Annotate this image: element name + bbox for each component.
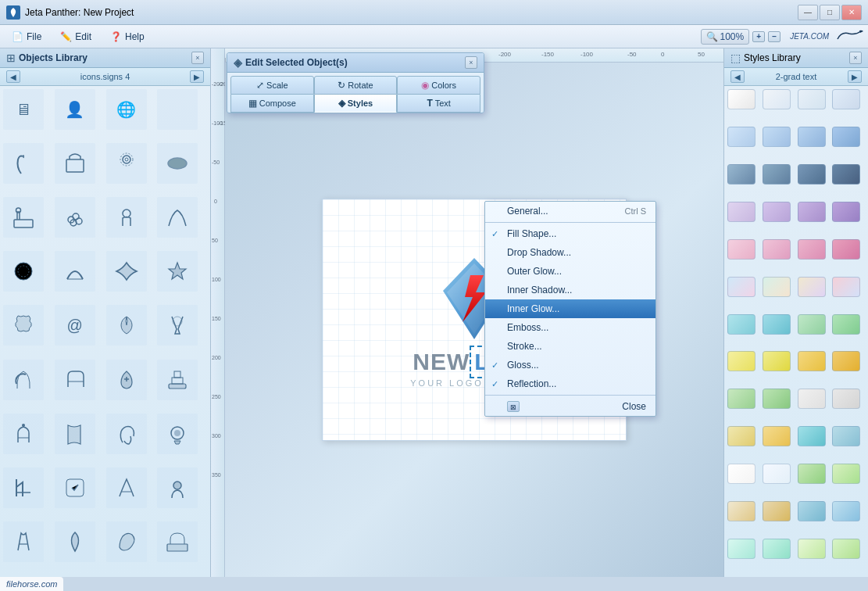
menu-item-fill-shape[interactable]: Fill Shape... xyxy=(485,224,655,243)
list-item[interactable] xyxy=(106,467,147,508)
list-item[interactable] xyxy=(832,202,860,222)
list-item[interactable] xyxy=(727,501,755,521)
menu-item-gloss[interactable]: Gloss... xyxy=(485,356,655,374)
list-item[interactable] xyxy=(832,389,860,409)
list-item[interactable] xyxy=(798,539,826,559)
list-item[interactable] xyxy=(157,360,198,400)
menu-item-general[interactable]: General... Ctrl S xyxy=(485,202,655,220)
menu-edit[interactable]: ✏️ Edit xyxy=(52,28,100,45)
list-item[interactable] xyxy=(832,277,860,297)
list-item[interactable] xyxy=(798,277,826,297)
list-item[interactable] xyxy=(727,426,755,446)
list-item[interactable] xyxy=(727,202,755,222)
list-item[interactable] xyxy=(106,143,147,184)
list-item[interactable] xyxy=(3,251,44,292)
list-item[interactable] xyxy=(157,414,198,454)
list-item[interactable] xyxy=(727,89,755,109)
list-item[interactable] xyxy=(157,89,198,130)
list-item[interactable] xyxy=(798,501,826,521)
list-item[interactable] xyxy=(798,89,826,109)
list-item[interactable] xyxy=(55,143,95,184)
list-item[interactable] xyxy=(55,360,95,400)
list-item[interactable] xyxy=(832,314,860,335)
menu-item-outer-glow[interactable]: Outer Glow... xyxy=(485,262,655,281)
list-item[interactable] xyxy=(832,164,860,184)
tab-compose[interactable]: ▦ Compose xyxy=(230,95,314,113)
list-item[interactable]: @ xyxy=(55,305,95,346)
menu-help[interactable]: ❓ Help xyxy=(102,28,153,45)
list-item[interactable] xyxy=(798,239,826,260)
list-item[interactable] xyxy=(55,414,95,454)
list-item[interactable] xyxy=(3,467,44,508)
list-item[interactable] xyxy=(763,539,791,559)
list-item[interactable] xyxy=(727,539,755,559)
list-item[interactable] xyxy=(832,539,860,559)
list-item[interactable] xyxy=(832,89,860,109)
list-item[interactable] xyxy=(727,464,755,484)
list-item[interactable] xyxy=(832,127,860,147)
list-item[interactable] xyxy=(798,464,826,484)
list-item[interactable] xyxy=(3,305,44,346)
zoom-minus-button[interactable]: − xyxy=(768,31,780,42)
list-item[interactable] xyxy=(832,501,860,521)
list-item[interactable] xyxy=(157,305,198,346)
list-item[interactable] xyxy=(106,197,147,238)
list-item[interactable] xyxy=(727,239,755,260)
list-item[interactable] xyxy=(763,164,791,184)
maximize-button[interactable]: □ xyxy=(820,5,840,20)
menu-item-drop-shadow[interactable]: Drop Shadow... xyxy=(485,243,655,262)
list-item[interactable] xyxy=(798,127,826,147)
menu-item-emboss[interactable]: Emboss... xyxy=(485,318,655,337)
list-item[interactable] xyxy=(3,197,44,238)
menu-file[interactable]: 📄 File xyxy=(3,28,50,45)
list-item[interactable] xyxy=(727,277,755,297)
list-item[interactable] xyxy=(727,164,755,184)
list-item[interactable]: 🖥 xyxy=(3,89,44,130)
list-item[interactable] xyxy=(55,251,95,292)
list-item[interactable] xyxy=(763,89,791,109)
list-item[interactable] xyxy=(157,467,198,508)
list-item[interactable] xyxy=(106,251,147,292)
list-item[interactable] xyxy=(106,305,147,346)
list-item[interactable] xyxy=(3,414,44,454)
list-item[interactable] xyxy=(157,521,198,562)
list-item[interactable] xyxy=(55,197,95,238)
minimize-button[interactable]: — xyxy=(798,5,818,20)
tab-rotate[interactable]: ↻ Rotate xyxy=(314,76,398,95)
tab-text[interactable]: T Text xyxy=(397,95,480,113)
zoom-plus-button[interactable]: + xyxy=(752,31,765,42)
list-item[interactable] xyxy=(3,521,44,562)
list-item[interactable] xyxy=(763,464,791,484)
list-item[interactable] xyxy=(832,239,860,260)
list-item[interactable] xyxy=(727,127,755,147)
tab-styles[interactable]: ◈ Styles xyxy=(314,95,398,113)
list-item[interactable] xyxy=(763,314,791,335)
list-item[interactable] xyxy=(106,414,147,454)
list-item[interactable] xyxy=(157,251,198,292)
list-item[interactable] xyxy=(832,351,860,371)
objects-nav-prev[interactable]: ◀ xyxy=(6,70,20,83)
list-item[interactable] xyxy=(763,127,791,147)
list-item[interactable] xyxy=(798,314,826,335)
list-item[interactable] xyxy=(763,426,791,446)
list-item[interactable] xyxy=(55,521,95,562)
list-item[interactable] xyxy=(798,202,826,222)
list-item[interactable] xyxy=(763,501,791,521)
list-item[interactable] xyxy=(798,426,826,446)
menu-item-stroke[interactable]: Stroke... xyxy=(485,337,655,356)
list-item[interactable] xyxy=(157,197,198,238)
styles-nav-prev[interactable]: ◀ xyxy=(730,70,745,83)
list-item[interactable] xyxy=(3,360,44,400)
list-item[interactable] xyxy=(763,389,791,409)
list-item[interactable] xyxy=(55,467,95,508)
edit-panel-close[interactable]: × xyxy=(465,56,477,69)
tab-colors[interactable]: ◉ Colors xyxy=(397,76,480,95)
list-item[interactable] xyxy=(763,277,791,297)
list-item[interactable] xyxy=(727,351,755,371)
objects-nav-next[interactable]: ▶ xyxy=(190,70,204,83)
menu-item-inner-shadow[interactable]: Inner Shadow... xyxy=(485,281,655,299)
list-item[interactable] xyxy=(727,389,755,409)
list-item[interactable]: 👤 xyxy=(55,89,95,130)
list-item[interactable] xyxy=(3,143,44,184)
list-item[interactable] xyxy=(157,143,198,184)
